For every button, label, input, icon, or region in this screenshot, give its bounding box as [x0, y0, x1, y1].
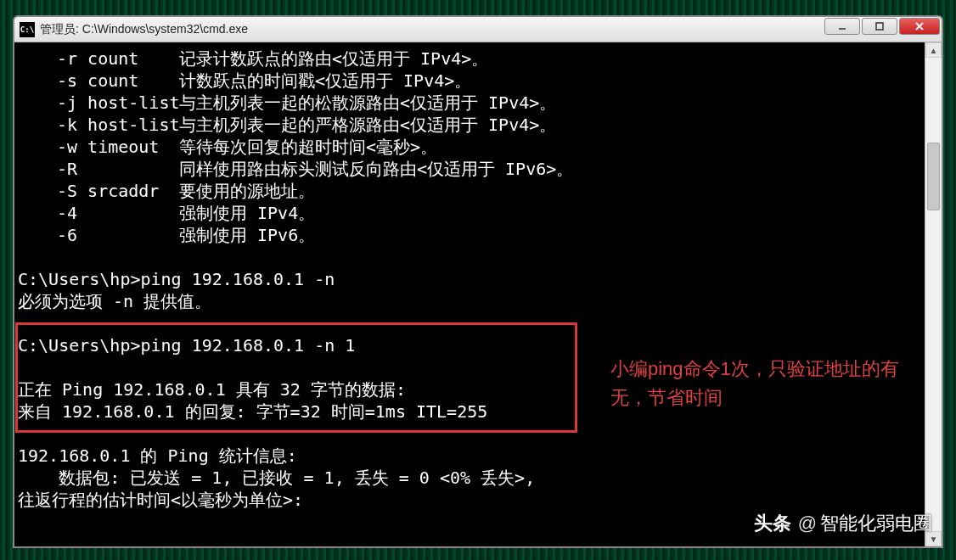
- option-line: -k host-list与主机列表一起的严格源路由<仅适用于 IPv4>。: [18, 114, 573, 136]
- option-line: -w timeout等待每次回复的超时时间<毫秒>。: [18, 136, 573, 158]
- option-flag: -6: [18, 224, 179, 246]
- option-line: -R同样使用路由标头测试反向路由<仅适用于 IPv6>。: [18, 158, 573, 180]
- option-flag: -w timeout: [18, 136, 179, 158]
- option-desc: 要使用的源地址。: [179, 181, 315, 201]
- stats-packets: 数据包: 已发送 = 1, 已接收 = 1, 丢失 = 0 <0% 丢失>,: [18, 468, 535, 488]
- watermark: 头条 @ 智能化弱电圈: [754, 511, 932, 536]
- option-flag: -k host-list: [18, 114, 179, 136]
- vertical-scrollbar[interactable]: ▲ ▼: [925, 42, 942, 546]
- scroll-thumb[interactable]: [927, 143, 940, 210]
- ping-reply: 来自 192.168.0.1 的回复: 字节=32 时间=1ms ITL=255: [18, 401, 487, 422]
- scroll-track[interactable]: [925, 58, 942, 531]
- cmd-line: C:\Users\hp>ping 192.168.0.1 -n: [18, 269, 335, 289]
- console-output[interactable]: -r count记录计数跃点的路由<仅适用于 IPv4>。-s count计数跃…: [14, 42, 925, 546]
- option-desc: 记录计数跃点的路由<仅适用于 IPv4>。: [179, 48, 488, 69]
- at-icon: @: [798, 512, 817, 535]
- option-desc: 与主机列表一起的松散源路由<仅适用于 IPv4>。: [179, 92, 556, 113]
- cmd-icon: C:\: [20, 22, 35, 37]
- minimize-button[interactable]: [824, 18, 860, 35]
- annotation-text: 小编ping命令1次，只验证地址的有无，节省时间: [610, 355, 933, 412]
- option-line: -4强制使用 IPv4。: [18, 202, 573, 224]
- error-line: 必须为选项 -n 提供值。: [18, 291, 211, 311]
- scroll-up-icon[interactable]: ▲: [925, 42, 942, 58]
- option-desc: 计数跃点的时间戳<仅适用于 IPv4>。: [179, 70, 471, 91]
- option-flag: -4: [18, 202, 179, 224]
- cmd-line: C:\Users\hp>ping 192.168.0.1 -n 1: [18, 335, 355, 356]
- option-line: -S srcaddr要使用的源地址。: [18, 180, 573, 202]
- option-line: -j host-list与主机列表一起的松散源路由<仅适用于 IPv4>。: [18, 92, 573, 114]
- maximize-button[interactable]: [862, 18, 897, 35]
- cmd-window: C:\ 管理员: C:\Windows\system32\cmd.exe -r …: [13, 15, 943, 548]
- option-line: -s count计数跃点的时间戳<仅适用于 IPv4>。: [18, 70, 573, 92]
- option-desc: 与主机列表一起的严格源路由<仅适用于 IPv4>。: [179, 115, 556, 135]
- option-flag: -s count: [18, 70, 179, 92]
- option-flag: -r count: [18, 48, 179, 70]
- watermark-author: 智能化弱电圈: [820, 511, 932, 536]
- option-desc: 同样使用路由标头测试反向路由<仅适用于 IPv6>。: [179, 159, 573, 179]
- close-button[interactable]: [899, 18, 940, 35]
- option-line: -r count记录计数跃点的路由<仅适用于 IPv4>。: [18, 48, 573, 70]
- window-title: 管理员: C:\Windows\system32\cmd.exe: [40, 22, 824, 37]
- option-line: -6强制使用 IPv6。: [18, 224, 573, 246]
- ping-output: 正在 Ping 192.168.0.1 具有 32 字节的数据:: [18, 379, 406, 400]
- option-desc: 强制使用 IPv6。: [179, 225, 315, 245]
- titlebar[interactable]: C:\ 管理员: C:\Windows\system32\cmd.exe: [14, 17, 942, 42]
- option-flag: -j host-list: [18, 92, 179, 114]
- option-flag: -R: [18, 158, 179, 180]
- svg-rect-1: [876, 23, 883, 30]
- stats-header: 192.168.0.1 的 Ping 统计信息:: [18, 445, 297, 466]
- stats-rtt: 往返行程的估计时间<以毫秒为单位>:: [18, 490, 303, 510]
- option-desc: 强制使用 IPv4。: [179, 203, 315, 223]
- option-desc: 等待每次回复的超时时间<毫秒>。: [179, 137, 437, 157]
- watermark-brand: 头条: [754, 511, 791, 536]
- option-flag: -S srcaddr: [18, 180, 179, 202]
